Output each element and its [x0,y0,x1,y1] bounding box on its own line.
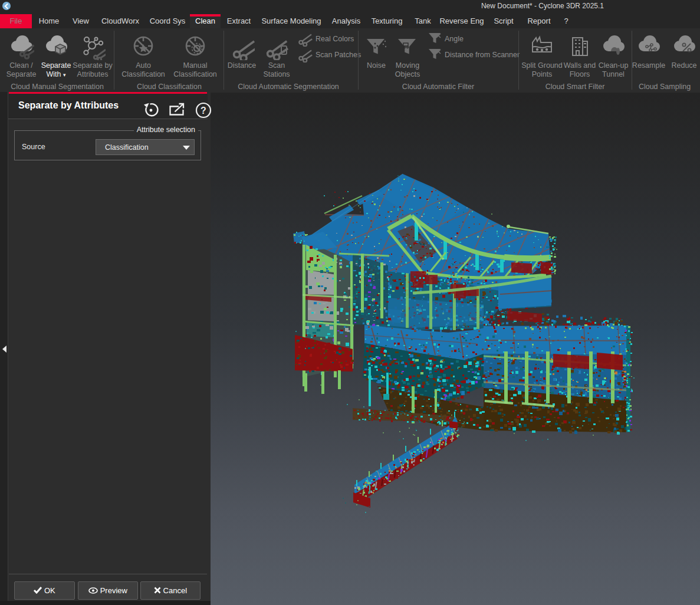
svg-text:?: ? [201,106,206,116]
